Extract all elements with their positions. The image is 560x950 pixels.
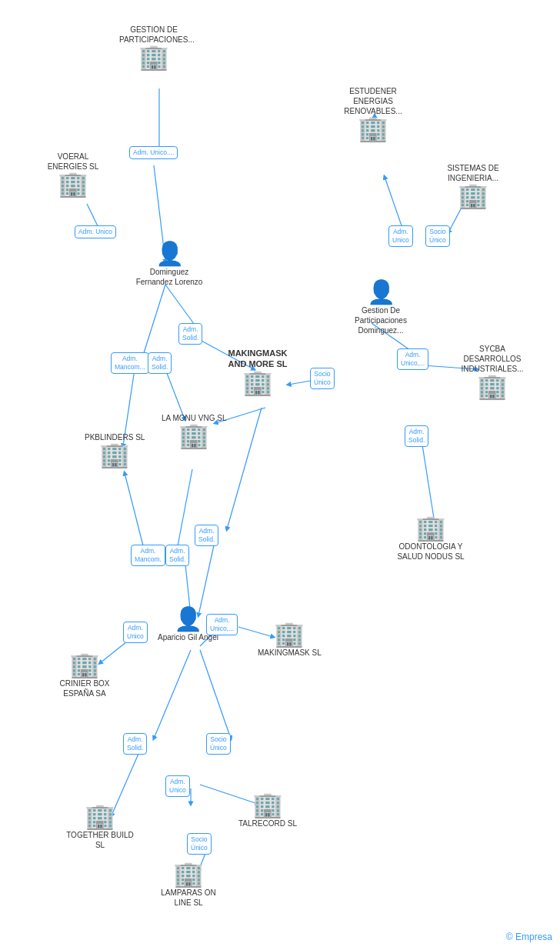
badge-adm-unico-1: Adm. Unico.... [129,146,178,159]
building-icon-gestion-participaciones: 🏢 [138,45,169,69]
building-icon-makingmask-sl: 🏢 [274,622,305,646]
node-voeral: VOERAL ENERGIES SL 🏢 [38,150,108,196]
label-gestion-participaciones: GESTION DE PARTICIPACIONES... [119,25,188,45]
building-icon-crinier: 🏢 [69,652,100,677]
badge-socio-unico-1: SocioÚnico [310,368,335,389]
node-gestion-participaciones: GESTION DE PARTICIPACIONES... 🏢 [119,23,188,69]
svg-line-16 [227,408,262,529]
badge-socio-unico-3: SocioÚnico [206,733,231,755]
badge-adm-solid-2: Adm.Solid. [148,352,172,374]
building-icon-talrecord: 🏢 [252,792,283,817]
node-la-monung: LA MONU VNG SL 🏢 [162,412,226,448]
building-icon-voeral: 🏢 [58,172,88,196]
node-together-build: 🏢 TOGETHER BUILD SL [65,804,135,850]
badge-adm-unico-3: Adm.Unico,... [397,348,428,370]
svg-line-14 [385,177,404,232]
badge-adm-unico-2: Adm. Unico [75,225,116,238]
badge-adm-unico-7: Adm.Unico [165,775,190,797]
building-icon-sycba: 🏢 [477,374,508,398]
svg-line-20 [198,538,215,615]
building-icon-makingmask-more: 🏢 [242,370,273,395]
building-icon-estudener: 🏢 [358,116,388,141]
label-sycba: SYCBA DESARROLLOS INDUSTRIALES... [458,344,527,374]
node-sycba: SYCBA DESARROLLOS INDUSTRIALES... 🏢 [458,342,527,398]
badge-adm-mancom-1: Adm.Mancom... [111,352,149,374]
node-crinier: 🏢 CRINIER BOX ESPAÑA SA [50,652,119,698]
svg-line-26 [200,650,231,738]
svg-line-17 [177,469,192,550]
badge-adm-unico-6: Adm.Unico,... [206,614,238,635]
node-sistemas: SISTEMAS DE INGENIERIA... 🏢 [438,162,508,208]
building-icon-together-build: 🏢 [85,804,115,828]
building-icon-odontologia: 🏢 [415,515,446,540]
diagram: GESTION DE PARTICIPACIONES... 🏢 ESTUDENE… [0,0,560,950]
building-icon-lamparas: 🏢 [173,862,204,886]
badge-socio-unico-4: SocioÚnico [187,833,212,855]
label-makingmask-more: MAKINGMASK AND MORE SL [223,348,292,370]
label-dominguez: Dominguez Fernandez Lorenzo [135,267,204,287]
badge-adm-solid-1: Adm.Solid. [178,323,202,345]
badge-adm-solid-6: Adm.Solid. [123,733,147,755]
svg-line-11 [422,440,435,523]
svg-line-24 [154,650,191,738]
person-icon-gestion-dom: 👤 [367,281,395,304]
node-lamparas: 🏢 LAMPARAS ON LINE SL [154,862,223,908]
node-estudener: ESTUDENER ENERGIAS RENOVABLES... 🏢 [338,85,408,141]
label-talrecord: TALRECORD SL [238,818,297,828]
watermark: © Empresa [506,932,552,942]
label-crinier: CRINIER BOX ESPAÑA SA [50,678,119,698]
label-sistemas: SISTEMAS DE INGENIERIA... [438,163,508,183]
building-icon-sistemas: 🏢 [458,183,488,208]
badge-adm-solid-5: Adm.Solid. [165,545,189,566]
badge-adm-solid-4: Adm.Solid. [195,525,218,546]
label-estudener: ESTUDENER ENERGIAS RENOVABLES... [338,86,408,116]
person-icon-dominguez: 👤 [155,242,184,265]
badge-adm-solid-3: Adm.Solid. [405,425,428,447]
badge-adm-mancom-2: Adm.Mancom. [131,545,165,566]
svg-line-4 [142,285,165,358]
label-odontologia: ODONTOLOGIA Y SALUD NODUS SL [396,542,465,562]
node-odontologia: 🏢 ODONTOLOGIA Y SALUD NODUS SL [396,515,465,562]
node-pkblinders: PKBLINDERS SL 🏢 [85,431,145,467]
node-makingmask-more: MAKINGMASK AND MORE SL 🏢 [223,346,292,395]
building-icon-la-monung: 🏢 [178,423,209,448]
building-icon-pkblinders: 🏢 [99,442,130,467]
svg-line-13 [448,208,462,232]
label-voeral: VOERAL ENERGIES SL [38,152,108,172]
badge-adm-unico-4: Adm.Unico [388,225,413,247]
node-makingmask-sl: 🏢 MAKINGMASK SL [258,622,322,658]
node-dominguez: 👤 Dominguez Fernandez Lorenzo [135,242,204,287]
label-together-build: TOGETHER BUILD SL [65,830,135,850]
node-talrecord: 🏢 TALRECORD SL [238,792,297,828]
label-gestion-dom: Gestion De Participaciones Dominguez... [346,305,415,335]
person-icon-aparicio: 👤 [174,608,202,631]
label-makingmask-sl: MAKINGMASK SL [258,648,322,658]
label-lamparas: LAMPARAS ON LINE SL [154,888,223,908]
badge-adm-unico-5: Adm.Unico [123,622,148,643]
node-gestion-dom: 👤 Gestion De Participaciones Dominguez..… [346,281,415,335]
badge-socio-unico-2: SocioÚnico [425,225,450,247]
svg-line-3 [165,285,196,327]
